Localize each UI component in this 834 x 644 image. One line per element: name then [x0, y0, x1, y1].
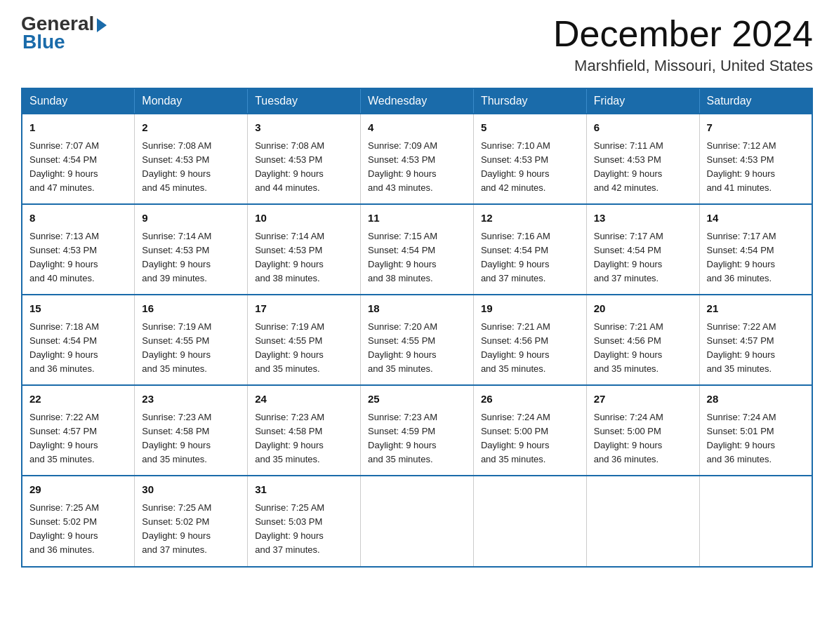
- day-info: Sunrise: 7:13 AMSunset: 4:53 PMDaylight:…: [29, 229, 127, 286]
- calendar-cell: 6Sunrise: 7:11 AMSunset: 4:53 PMDaylight…: [586, 114, 699, 204]
- day-info: Sunrise: 7:24 AMSunset: 5:00 PMDaylight:…: [481, 410, 579, 467]
- location-text: Marshfield, Missouri, United States: [553, 57, 813, 75]
- day-info: Sunrise: 7:07 AMSunset: 4:54 PMDaylight:…: [29, 139, 127, 196]
- day-info: Sunrise: 7:12 AMSunset: 4:53 PMDaylight:…: [707, 139, 805, 196]
- calendar-cell: 29Sunrise: 7:25 AMSunset: 5:02 PMDayligh…: [22, 476, 135, 566]
- day-info: Sunrise: 7:08 AMSunset: 4:53 PMDaylight:…: [255, 139, 353, 196]
- title-block: December 2024 Marshfield, Missouri, Unit…: [553, 14, 813, 75]
- day-number: 24: [255, 391, 353, 408]
- logo: General Blue: [21, 14, 107, 52]
- calendar-cell: [361, 476, 474, 566]
- day-info: Sunrise: 7:18 AMSunset: 4:54 PMDaylight:…: [29, 320, 127, 377]
- calendar-table: SundayMondayTuesdayWednesdayThursdayFrid…: [21, 88, 813, 567]
- calendar-week-row: 8Sunrise: 7:13 AMSunset: 4:53 PMDaylight…: [22, 204, 812, 295]
- day-number: 20: [594, 301, 692, 317]
- day-number: 15: [29, 301, 127, 317]
- day-info: Sunrise: 7:08 AMSunset: 4:53 PMDaylight:…: [142, 139, 240, 196]
- calendar-cell: 15Sunrise: 7:18 AMSunset: 4:54 PMDayligh…: [22, 295, 135, 385]
- calendar-cell: 20Sunrise: 7:21 AMSunset: 4:56 PMDayligh…: [586, 295, 699, 385]
- calendar-cell: 31Sunrise: 7:25 AMSunset: 5:03 PMDayligh…: [248, 476, 361, 566]
- day-info: Sunrise: 7:23 AMSunset: 4:58 PMDaylight:…: [142, 410, 240, 467]
- calendar-cell: 18Sunrise: 7:20 AMSunset: 4:55 PMDayligh…: [361, 295, 474, 385]
- page-header: General Blue December 2024 Marshfield, M…: [21, 14, 813, 75]
- day-number: 11: [368, 210, 466, 227]
- day-number: 29: [29, 482, 127, 498]
- calendar-cell: 10Sunrise: 7:14 AMSunset: 4:53 PMDayligh…: [248, 204, 361, 295]
- day-of-week-header: Sunday: [22, 88, 135, 114]
- day-number: 27: [594, 391, 692, 408]
- calendar-cell: 21Sunrise: 7:22 AMSunset: 4:57 PMDayligh…: [699, 295, 812, 385]
- day-info: Sunrise: 7:25 AMSunset: 5:02 PMDaylight:…: [29, 501, 127, 558]
- calendar-cell: 14Sunrise: 7:17 AMSunset: 4:54 PMDayligh…: [699, 204, 812, 295]
- calendar-cell: 23Sunrise: 7:23 AMSunset: 4:58 PMDayligh…: [135, 385, 248, 476]
- day-of-week-header: Saturday: [699, 88, 812, 114]
- day-info: Sunrise: 7:25 AMSunset: 5:03 PMDaylight:…: [255, 501, 353, 558]
- month-title: December 2024: [553, 14, 813, 54]
- calendar-week-row: 29Sunrise: 7:25 AMSunset: 5:02 PMDayligh…: [22, 476, 812, 566]
- day-info: Sunrise: 7:24 AMSunset: 5:01 PMDaylight:…: [707, 410, 805, 467]
- day-number: 26: [481, 391, 579, 408]
- calendar-week-row: 1Sunrise: 7:07 AMSunset: 4:54 PMDaylight…: [22, 114, 812, 204]
- day-of-week-header: Thursday: [473, 88, 586, 114]
- day-number: 21: [707, 301, 805, 317]
- day-number: 8: [29, 210, 127, 227]
- calendar-header: SundayMondayTuesdayWednesdayThursdayFrid…: [22, 88, 812, 114]
- day-number: 7: [707, 120, 805, 136]
- day-of-week-header: Wednesday: [361, 88, 474, 114]
- calendar-cell: 2Sunrise: 7:08 AMSunset: 4:53 PMDaylight…: [135, 114, 248, 204]
- day-number: 22: [29, 391, 127, 408]
- calendar-cell: 12Sunrise: 7:16 AMSunset: 4:54 PMDayligh…: [473, 204, 586, 295]
- day-info: Sunrise: 7:17 AMSunset: 4:54 PMDaylight:…: [707, 229, 805, 286]
- day-number: 9: [142, 210, 240, 227]
- day-of-week-header: Tuesday: [248, 88, 361, 114]
- day-number: 18: [368, 301, 466, 317]
- calendar-cell: 22Sunrise: 7:22 AMSunset: 4:57 PMDayligh…: [22, 385, 135, 476]
- calendar-cell: 28Sunrise: 7:24 AMSunset: 5:01 PMDayligh…: [699, 385, 812, 476]
- day-info: Sunrise: 7:19 AMSunset: 4:55 PMDaylight:…: [255, 320, 353, 377]
- calendar-cell: 5Sunrise: 7:10 AMSunset: 4:53 PMDaylight…: [473, 114, 586, 204]
- calendar-cell: 1Sunrise: 7:07 AMSunset: 4:54 PMDaylight…: [22, 114, 135, 204]
- day-number: 6: [594, 120, 692, 136]
- day-info: Sunrise: 7:15 AMSunset: 4:54 PMDaylight:…: [368, 229, 466, 286]
- day-number: 10: [255, 210, 353, 227]
- calendar-cell: 3Sunrise: 7:08 AMSunset: 4:53 PMDaylight…: [248, 114, 361, 204]
- day-info: Sunrise: 7:22 AMSunset: 4:57 PMDaylight:…: [707, 320, 805, 377]
- calendar-cell: 25Sunrise: 7:23 AMSunset: 4:59 PMDayligh…: [361, 385, 474, 476]
- day-number: 31: [255, 482, 353, 498]
- day-info: Sunrise: 7:14 AMSunset: 4:53 PMDaylight:…: [142, 229, 240, 286]
- logo-arrow-icon: [97, 18, 107, 32]
- calendar-cell: 27Sunrise: 7:24 AMSunset: 5:00 PMDayligh…: [586, 385, 699, 476]
- day-info: Sunrise: 7:19 AMSunset: 4:55 PMDaylight:…: [142, 320, 240, 377]
- day-number: 4: [368, 120, 466, 136]
- day-number: 30: [142, 482, 240, 498]
- day-number: 3: [255, 120, 353, 136]
- calendar-cell: 17Sunrise: 7:19 AMSunset: 4:55 PMDayligh…: [248, 295, 361, 385]
- day-info: Sunrise: 7:24 AMSunset: 5:00 PMDaylight:…: [594, 410, 692, 467]
- calendar-cell: [586, 476, 699, 566]
- day-number: 19: [481, 301, 579, 317]
- day-number: 17: [255, 301, 353, 317]
- calendar-cell: 8Sunrise: 7:13 AMSunset: 4:53 PMDaylight…: [22, 204, 135, 295]
- calendar-cell: 19Sunrise: 7:21 AMSunset: 4:56 PMDayligh…: [473, 295, 586, 385]
- day-info: Sunrise: 7:23 AMSunset: 4:59 PMDaylight:…: [368, 410, 466, 467]
- calendar-cell: 13Sunrise: 7:17 AMSunset: 4:54 PMDayligh…: [586, 204, 699, 295]
- calendar-cell: 7Sunrise: 7:12 AMSunset: 4:53 PMDaylight…: [699, 114, 812, 204]
- calendar-cell: 11Sunrise: 7:15 AMSunset: 4:54 PMDayligh…: [361, 204, 474, 295]
- day-of-week-header: Monday: [135, 88, 248, 114]
- calendar-week-row: 15Sunrise: 7:18 AMSunset: 4:54 PMDayligh…: [22, 295, 812, 385]
- day-number: 1: [29, 120, 127, 136]
- day-info: Sunrise: 7:17 AMSunset: 4:54 PMDaylight:…: [594, 229, 692, 286]
- calendar-cell: 16Sunrise: 7:19 AMSunset: 4:55 PMDayligh…: [135, 295, 248, 385]
- day-info: Sunrise: 7:10 AMSunset: 4:53 PMDaylight:…: [481, 139, 579, 196]
- day-number: 5: [481, 120, 579, 136]
- day-info: Sunrise: 7:09 AMSunset: 4:53 PMDaylight:…: [368, 139, 466, 196]
- day-info: Sunrise: 7:21 AMSunset: 4:56 PMDaylight:…: [594, 320, 692, 377]
- day-info: Sunrise: 7:20 AMSunset: 4:55 PMDaylight:…: [368, 320, 466, 377]
- day-info: Sunrise: 7:23 AMSunset: 4:58 PMDaylight:…: [255, 410, 353, 467]
- day-info: Sunrise: 7:21 AMSunset: 4:56 PMDaylight:…: [481, 320, 579, 377]
- day-header-row: SundayMondayTuesdayWednesdayThursdayFrid…: [22, 88, 812, 114]
- day-info: Sunrise: 7:14 AMSunset: 4:53 PMDaylight:…: [255, 229, 353, 286]
- calendar-cell: 24Sunrise: 7:23 AMSunset: 4:58 PMDayligh…: [248, 385, 361, 476]
- calendar-cell: 9Sunrise: 7:14 AMSunset: 4:53 PMDaylight…: [135, 204, 248, 295]
- day-number: 14: [707, 210, 805, 227]
